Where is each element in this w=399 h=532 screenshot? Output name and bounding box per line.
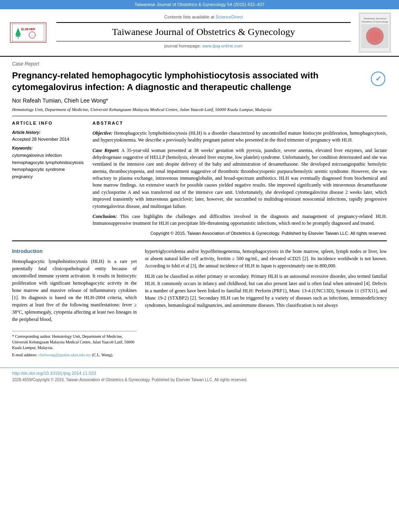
- keywords-list: cytomegalovirus infection hemophagocytic…: [12, 152, 84, 180]
- article-title-area: ✓ Pregnancy-related hemophagocytic lymph…: [12, 70, 387, 93]
- article-info-abstract-section: ARTICLE INFO Article history: Accepted 2…: [12, 120, 387, 236]
- svg-point-13: [369, 31, 380, 42]
- crossmark-icon: ✓: [371, 72, 385, 86]
- contents-label: Contents lists available at: [164, 14, 216, 19]
- svg-text:ELSEVIER: ELSEVIER: [21, 28, 35, 31]
- intro-para-3: HLH can be classified as either primary …: [145, 273, 387, 309]
- abstract-heading: ABSTRACT: [93, 120, 387, 126]
- keyword-1: cytomegalovirus infection: [12, 152, 84, 159]
- keyword-4: pregnancy: [12, 173, 84, 181]
- article-history-label: Article history:: [12, 130, 84, 136]
- contents-available-line: Contents lists available at ScienceDirec…: [56, 14, 351, 20]
- keyword-3: hemophagocytic syndrome: [12, 166, 84, 173]
- affiliation-text: Hematology Unit, Department of Medicine,…: [12, 107, 387, 113]
- publisher-logo-area: ELSEVIER ♀: [4, 12, 52, 53]
- abstract-objective: Objective: Hemophagocytic lymphohistiocy…: [93, 130, 387, 144]
- issn-line: 1028-4559/Copyright © 2015, Taiwan Assoc…: [12, 377, 387, 383]
- doi-link: http://dx.doi.org/10.1016/j.tjog.2014.11…: [12, 370, 387, 376]
- keywords-label: Keywords:: [12, 146, 84, 151]
- homepage-label: journal homepage:: [164, 43, 202, 48]
- objective-text: Hemophagocytic lymphohistiocytosis (HLH)…: [93, 130, 387, 143]
- journal-title-area: Contents lists available at ScienceDirec…: [52, 12, 355, 53]
- footnote-section: * Corresponding author. Hematology Unit,…: [12, 331, 137, 358]
- keyword-2: hemophagocytic lymphohistiocytosis: [12, 159, 84, 166]
- journal-cover-area: Taiwanese Journal of Obstetrics & Gyneco…: [355, 12, 395, 53]
- journal-citation-text: Taiwanese Journal of Obstetrics & Gyneco…: [134, 2, 264, 7]
- doi-url[interactable]: http://dx.doi.org/10.1016/j.tjog.2014.11…: [12, 371, 96, 376]
- abstract-case-report: Case Report: A 35-year-old woman present…: [93, 147, 387, 210]
- accepted-date: Accepted 28 November 2014: [12, 136, 84, 142]
- homepage-url[interactable]: www.tjog-online.com: [202, 43, 243, 48]
- section-divider: [12, 240, 387, 241]
- abstract-panel: ABSTRACT Objective: Hemophagocytic lymph…: [93, 120, 387, 236]
- intro-para-1: Hemophagocytic lymphohistiocytosis (HLH)…: [12, 258, 137, 323]
- case-report-text: A 35-year-old woman presented at 38 week…: [93, 148, 387, 209]
- article-info-panel: ARTICLE INFO Article history: Accepted 2…: [12, 120, 84, 236]
- article-title: Pregnancy-related hemophagocytic lymphoh…: [12, 70, 387, 93]
- case-report-label-abs: Case Report:: [93, 148, 119, 153]
- conclusion-label: Conclusion:: [93, 214, 117, 219]
- authors-line: Nor Rafeah Tumian, Chieh Lee Wong*: [12, 97, 387, 105]
- email-label: E-mail address:: [12, 353, 38, 357]
- crossmark-badge: ✓: [371, 72, 387, 88]
- svg-text:Obstetrics & Gynecology: Obstetrics & Gynecology: [362, 21, 388, 23]
- journal-citation-bar: Taiwanese Journal of Obstetrics & Gyneco…: [0, 0, 399, 9]
- journal-title: Taiwanese Journal of Obstetrics & Gyneco…: [56, 22, 351, 42]
- article-body: Case Report ✓ Pregnancy-related hemophag…: [0, 57, 399, 364]
- svg-text:Taiwanese Journal of: Taiwanese Journal of: [364, 17, 387, 20]
- elsevier-logo: ELSEVIER ♀: [10, 23, 46, 43]
- email-link[interactable]: chielwong@ppukm.ukm.edu.my: [38, 353, 91, 357]
- journal-homepage-line: journal homepage: www.tjog-online.com: [56, 43, 351, 49]
- copyright-notice: Copyright © 2015, Taiwan Association of …: [93, 230, 387, 236]
- journal-cover-image: Taiwanese Journal of Obstetrics & Gyneco…: [359, 12, 391, 53]
- corresponding-author-note: * Corresponding author. Hematology Unit,…: [12, 334, 137, 351]
- article-type-label: Case Report: [12, 61, 387, 68]
- intro-para-2: hypertriglyceridemia and/or hypofibrinog…: [145, 248, 387, 269]
- right-column: hypertriglyceridemia and/or hypofibrinog…: [145, 248, 387, 359]
- email-note: (C.L. Wong).: [91, 353, 113, 357]
- introduction-heading: Introduction: [12, 248, 137, 255]
- bottom-bar: http://dx.doi.org/10.1016/j.tjog.2014.11…: [0, 368, 399, 385]
- header-divider: [12, 116, 387, 116]
- main-content-section: Introduction Hemophagocytic lymphohistio…: [12, 248, 387, 359]
- journal-header: ELSEVIER ♀ Contents lists available at S…: [0, 9, 399, 57]
- objective-label: Objective:: [93, 130, 113, 136]
- email-line: E-mail address: chielwong@ppukm.ukm.edu.…: [12, 352, 137, 358]
- abstract-conclusion: Conclusion: This case highlights the cha…: [93, 213, 387, 227]
- conclusion-text: This case highlights the challenges and …: [93, 214, 387, 226]
- svg-text:♀: ♀: [31, 34, 33, 37]
- sciencedirect-link[interactable]: ScienceDirect: [216, 14, 243, 19]
- left-column: Introduction Hemophagocytic lymphohistio…: [12, 248, 137, 359]
- article-info-heading: ARTICLE INFO: [12, 120, 84, 126]
